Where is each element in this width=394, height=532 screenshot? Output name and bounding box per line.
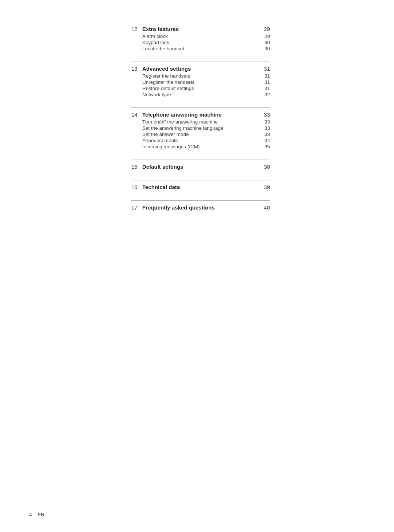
toc-sub-text: Keypad lock xyxy=(142,40,169,45)
toc-title-text-17: Frequently asked questions xyxy=(142,204,215,211)
toc-main-row-16: 16Technical data39 xyxy=(131,184,270,190)
toc-number-14: 14 xyxy=(131,112,139,118)
toc-main-row-12: 12Extra features29 xyxy=(131,26,270,32)
list-item: Incoming messages (ICM)35 xyxy=(142,144,270,149)
toc-page-16: 39 xyxy=(261,184,270,190)
toc-title-text-15: Default settings xyxy=(142,164,184,170)
list-item: Restore default settings31 xyxy=(142,86,270,91)
toc-number-12: 12 xyxy=(131,26,139,32)
list-item: Turn on/off the answering machine33 xyxy=(142,119,270,125)
toc-main-row-13: 13Advanced settings31 xyxy=(131,66,270,72)
toc-sub-page: 31 xyxy=(261,79,270,85)
toc-section-14: 14Telephone answering machine33Turn on/o… xyxy=(131,107,270,149)
toc-page-12: 29 xyxy=(261,26,270,32)
toc-sub-page: 33 xyxy=(261,132,270,137)
toc-main-title-14: 14Telephone answering machine xyxy=(131,112,221,118)
toc-page-14: 33 xyxy=(261,112,270,118)
toc-sub-page: 30 xyxy=(261,40,270,45)
list-item: Set the answering machine language33 xyxy=(142,125,270,131)
toc-title-text-13: Advanced settings xyxy=(142,66,191,72)
toc-sub-text: Network type xyxy=(142,92,171,97)
list-item: Alarm clock29 xyxy=(142,34,270,39)
toc-section-17: 17Frequently asked questions40 xyxy=(131,200,270,211)
toc-page-15: 38 xyxy=(261,164,270,170)
toc-sub-page: 30 xyxy=(261,46,270,51)
toc-sub-text: Incoming messages (ICM) xyxy=(142,144,200,149)
toc-sub-text: Set the answer mode xyxy=(142,132,189,137)
toc-number-17: 17 xyxy=(131,204,139,211)
toc-sub-page: 29 xyxy=(261,34,270,39)
list-item: Keypad lock30 xyxy=(142,40,270,45)
toc-subsections-14: Turn on/off the answering machine33Set t… xyxy=(131,119,270,149)
list-item: Unregister the handsets31 xyxy=(142,79,270,85)
toc-main-row-17: 17Frequently asked questions40 xyxy=(131,204,270,211)
toc-number-13: 13 xyxy=(131,66,139,72)
section-divider-15 xyxy=(131,160,270,160)
list-item: Announcements34 xyxy=(142,138,270,143)
toc-section-13: 13Advanced settings31Register the handse… xyxy=(131,62,270,97)
toc-sub-text: Alarm clock xyxy=(142,34,168,39)
toc-title-text-16: Technical data xyxy=(142,184,180,190)
toc-main-row-14: 14Telephone answering machine33 xyxy=(131,112,270,118)
toc-sub-text: Announcements xyxy=(142,138,178,143)
toc-sub-text: Locate the handset xyxy=(142,46,184,51)
toc-sub-page: 33 xyxy=(261,125,270,131)
toc-number-15: 15 xyxy=(131,164,139,170)
toc-sub-page: 31 xyxy=(261,73,270,79)
toc-section-12: 12Extra features29Alarm clock29Keypad lo… xyxy=(131,22,270,51)
list-item: Register the handsets31 xyxy=(142,73,270,79)
section-divider-17 xyxy=(131,200,270,201)
list-item: Network type32 xyxy=(142,92,270,97)
toc-page-13: 31 xyxy=(261,66,270,72)
toc-sub-page: 33 xyxy=(261,119,270,125)
toc-sub-page: 34 xyxy=(261,138,270,143)
page: 12Extra features29Alarm clock29Keypad lo… xyxy=(0,0,394,532)
list-item: Set the answer mode33 xyxy=(142,132,270,137)
toc-section-16: 16Technical data39 xyxy=(131,180,270,190)
toc-main-title-12: 12Extra features xyxy=(131,26,179,32)
toc-main-title-16: 16Technical data xyxy=(131,184,180,190)
toc-main-row-15: 15Default settings38 xyxy=(131,164,270,170)
section-divider-12 xyxy=(131,22,270,22)
toc-sub-text: Unregister the handsets xyxy=(142,79,194,85)
toc-page-17: 40 xyxy=(261,204,270,211)
toc-main-title-13: 13Advanced settings xyxy=(131,66,191,72)
toc-sub-page: 31 xyxy=(261,86,270,91)
table-of-contents: 12Extra features29Alarm clock29Keypad lo… xyxy=(124,22,270,211)
section-divider-16 xyxy=(131,180,270,180)
toc-title-text-12: Extra features xyxy=(142,26,179,32)
toc-number-16: 16 xyxy=(131,184,139,190)
toc-sub-page: 32 xyxy=(261,92,270,97)
section-divider-13 xyxy=(131,62,270,62)
section-divider-14 xyxy=(131,107,270,108)
list-item: Locate the handset30 xyxy=(142,46,270,51)
toc-sub-text: Restore default settings xyxy=(142,86,194,91)
toc-subsections-13: Register the handsets31Unregister the ha… xyxy=(131,73,270,97)
toc-subsections-12: Alarm clock29Keypad lock30Locate the han… xyxy=(131,34,270,51)
footer-language: EN xyxy=(38,512,44,517)
toc-title-text-14: Telephone answering machine xyxy=(142,112,221,118)
toc-section-15: 15Default settings38 xyxy=(131,160,270,170)
toc-main-title-17: 17Frequently asked questions xyxy=(131,204,215,211)
toc-sub-text: Set the answering machine language xyxy=(142,125,223,131)
toc-sub-text: Turn on/off the answering machine xyxy=(142,119,218,125)
toc-sub-text: Register the handsets xyxy=(142,73,190,79)
toc-sub-page: 35 xyxy=(261,144,270,149)
toc-main-title-15: 15Default settings xyxy=(131,164,184,170)
footer-page-number: 4 xyxy=(29,512,32,517)
page-footer: 4 EN xyxy=(29,512,44,517)
